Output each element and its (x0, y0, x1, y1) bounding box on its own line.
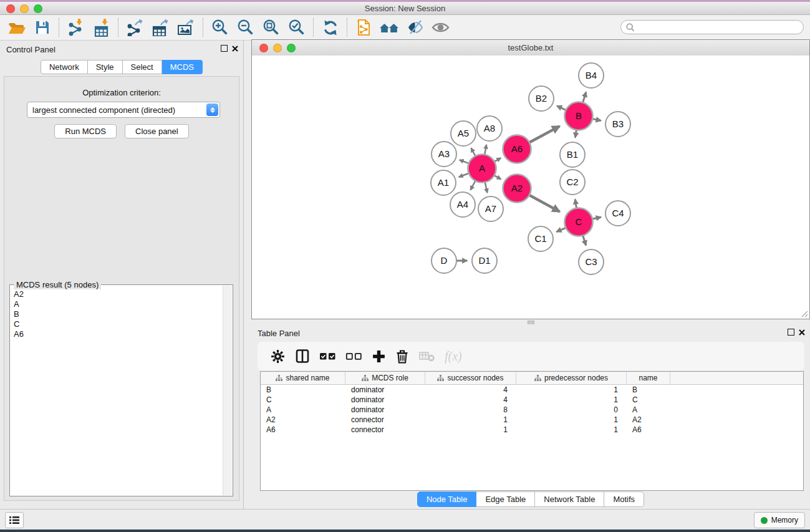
task-history-button[interactable] (5, 512, 24, 528)
import-table-icon[interactable] (89, 17, 114, 38)
result-item[interactable]: A (14, 299, 223, 309)
deselect-all-icon[interactable] (345, 351, 362, 362)
result-item[interactable]: B (14, 309, 223, 319)
edge-A-A4[interactable] (470, 181, 475, 190)
save-session-icon[interactable] (29, 17, 55, 38)
edge-B-B4[interactable] (583, 92, 586, 102)
edge-A-A2[interactable] (494, 175, 501, 179)
graph-node-D1[interactable]: D1 (472, 248, 497, 273)
edge-A-A8[interactable] (485, 145, 486, 154)
graph-node-B3[interactable]: B3 (605, 112, 630, 137)
column-header-successor-nodes[interactable]: successor nodes (425, 372, 516, 384)
graph-node-B4[interactable]: B4 (579, 63, 604, 88)
result-item[interactable]: A2 (14, 289, 223, 299)
visual-style-icon[interactable] (402, 17, 428, 38)
table-row-A2[interactable]: A2connector11A2 (261, 415, 803, 425)
table-settings-icon[interactable] (270, 349, 286, 364)
column-header-MCDS-role[interactable]: MCDS role (345, 372, 425, 384)
toolbar-separator (347, 18, 347, 37)
edge-B-B2[interactable] (557, 106, 566, 110)
tab-motifs[interactable]: Motifs (604, 491, 644, 507)
graph-node-A3[interactable]: A3 (432, 142, 456, 167)
zoom-in-icon[interactable] (207, 17, 233, 38)
graph-node-A7[interactable]: A7 (478, 196, 503, 221)
home-icon[interactable] (377, 17, 402, 38)
graph-node-B[interactable]: B (565, 102, 593, 130)
select-all-icon[interactable] (319, 351, 336, 362)
network-canvas[interactable]: B4B2BB3A5A8A6A3AB1A1A2C2A4A7C4CC1DD1C3 (252, 56, 809, 319)
search-field[interactable] (620, 20, 804, 34)
table-row-A6[interactable]: A6connector11A6 (261, 425, 803, 435)
graph-node-A1[interactable]: A1 (431, 170, 456, 195)
graph-node-A6[interactable]: A6 (503, 135, 531, 163)
tab-network[interactable]: Network (41, 60, 88, 74)
close-panel-icon[interactable] (232, 46, 238, 52)
memory-button[interactable]: Memory (754, 512, 805, 528)
float-panel-icon[interactable] (221, 45, 228, 52)
edge-A-A7[interactable] (485, 182, 488, 193)
edge-C-C1[interactable] (556, 228, 566, 231)
edge-A-A5[interactable] (471, 148, 476, 155)
edge-C-C3[interactable] (583, 236, 586, 246)
tab-network-table[interactable]: Network Table (535, 491, 604, 507)
column-header-predecessor-nodes[interactable]: predecessor nodes (516, 372, 627, 384)
graph-node-A[interactable]: A (468, 155, 496, 183)
edge-B-B1[interactable] (575, 130, 576, 138)
tab-node-table[interactable]: Node Table (417, 491, 477, 507)
graph-node-A4[interactable]: A4 (450, 192, 475, 217)
result-scrollbar[interactable] (223, 286, 232, 495)
table-row-A[interactable]: Adominator80A (261, 405, 803, 415)
refresh-icon[interactable] (317, 17, 343, 38)
graph-node-A8[interactable]: A8 (477, 116, 502, 141)
graph-node-C1[interactable]: C1 (528, 226, 553, 251)
edge-A-A3[interactable] (460, 160, 469, 163)
run-mcds-button[interactable]: Run MCDS (54, 124, 117, 138)
tab-select[interactable]: Select (123, 60, 162, 74)
edge-A2-C[interactable] (529, 195, 559, 211)
zoom-selected-icon[interactable] (284, 17, 309, 38)
column-header-name[interactable]: name (627, 372, 670, 384)
graph-node-A2[interactable]: A2 (503, 175, 531, 203)
table-row-B[interactable]: Bdominator41B (261, 385, 803, 395)
export-image-icon[interactable] (173, 17, 199, 38)
resize-grip-icon[interactable] (801, 310, 808, 317)
close-table-panel-icon[interactable] (799, 329, 805, 336)
tab-style[interactable]: Style (88, 60, 123, 74)
edge-A-A1[interactable] (459, 173, 469, 177)
edge-A-A6[interactable] (494, 158, 501, 162)
close-panel-button[interactable]: Close panel (125, 124, 189, 138)
tab-mcds[interactable]: MCDS (162, 60, 203, 74)
edge-C-C4[interactable] (592, 217, 600, 219)
float-table-panel-icon[interactable] (788, 329, 794, 336)
edge-A6-B[interactable] (529, 126, 559, 142)
table-row-C[interactable]: Cdominator41C (261, 395, 803, 405)
edge-C-C2[interactable] (575, 199, 576, 208)
show-columns-icon[interactable] (295, 349, 310, 364)
zoom-out-icon[interactable] (233, 17, 258, 38)
graph-node-A5[interactable]: A5 (451, 121, 476, 146)
result-item[interactable]: C (14, 319, 223, 329)
export-network-icon[interactable] (122, 17, 148, 38)
export-table-icon[interactable] (148, 17, 173, 38)
graph-node-D[interactable]: D (432, 248, 456, 273)
graph-node-C3[interactable]: C3 (579, 249, 604, 274)
graph-node-C2[interactable]: C2 (560, 170, 585, 195)
graph-node-C[interactable]: C (565, 208, 593, 236)
optimization-criterion-select[interactable]: largest connected component (directed) (27, 102, 220, 118)
search-input[interactable] (638, 21, 803, 34)
add-icon[interactable] (372, 349, 386, 364)
column-header-shared-name[interactable]: shared name (261, 372, 345, 384)
open-file-icon[interactable] (4, 17, 29, 38)
graph-node-C4[interactable]: C4 (605, 201, 630, 226)
graph-node-B2[interactable]: B2 (529, 86, 554, 111)
result-item[interactable]: A6 (14, 329, 223, 339)
node-label: A2 (511, 183, 523, 193)
network-file-icon[interactable] (351, 17, 377, 38)
import-network-icon[interactable] (63, 17, 89, 38)
graph-node-B1[interactable]: B1 (560, 142, 585, 167)
zoom-fit-icon[interactable] (258, 17, 284, 38)
edge-B-B3[interactable] (593, 119, 601, 121)
delete-icon[interactable] (395, 349, 409, 364)
show-hide-icon[interactable] (428, 17, 453, 38)
tab-edge-table[interactable]: Edge Table (476, 491, 535, 507)
